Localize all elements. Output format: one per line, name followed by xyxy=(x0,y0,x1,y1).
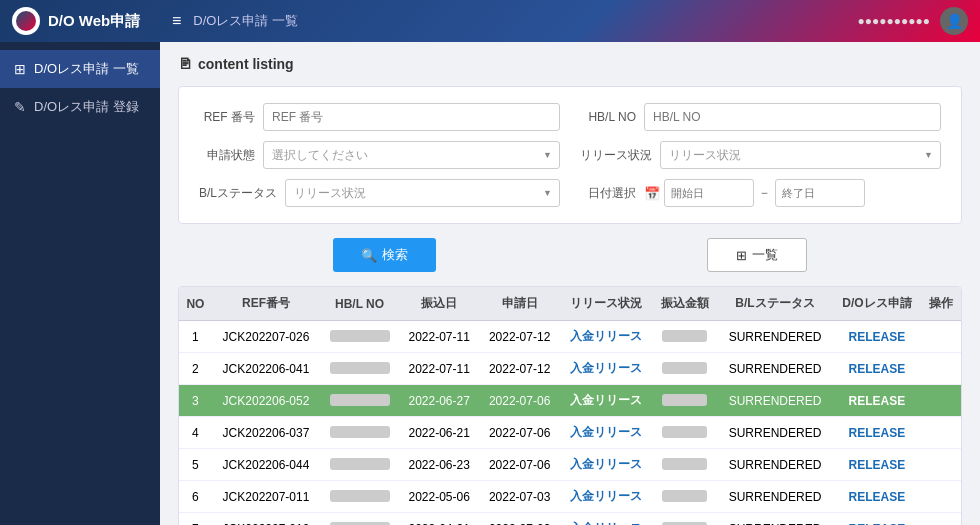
col-release: リリース状況 xyxy=(560,287,652,321)
cell-transfer-date: 2022-06-27 xyxy=(399,385,479,417)
form-row-2: 申請状態 選択してください リリース状況 リリース状況 xyxy=(199,141,941,169)
user-text: ●●●●●●●●●● xyxy=(858,14,930,28)
sidebar-item-list[interactable]: ⊞ D/Oレス申請 一覧 xyxy=(0,50,160,88)
table-row[interactable]: 4 JCK202206-037 ●●●●●●●● 2022-06-21 2022… xyxy=(179,417,961,449)
cell-release: 入金リリース xyxy=(560,513,652,526)
cell-bl-status: SURRENDERED xyxy=(718,481,833,513)
cell-amount: ●●●● xyxy=(652,385,718,417)
cell-hbl: ●●●●●●●● xyxy=(320,513,399,526)
col-action: 操作 xyxy=(921,287,961,321)
cell-ref: JCK202207-026 xyxy=(212,321,320,353)
ref-input[interactable] xyxy=(263,103,560,131)
release-select[interactable]: リリース状況 xyxy=(660,141,941,169)
hbl-input[interactable] xyxy=(644,103,941,131)
cell-bl-status: SURRENDERED xyxy=(718,449,833,481)
cell-hbl: ●●●●●●●● xyxy=(320,481,399,513)
cell-action xyxy=(921,481,961,513)
col-amount: 振込金額 xyxy=(652,287,718,321)
cell-apply-date: 2022-07-06 xyxy=(479,449,559,481)
grid-icon: ⊞ xyxy=(14,61,26,77)
cell-dio: RELEASE xyxy=(832,481,921,513)
cell-no: 7 xyxy=(179,513,212,526)
bl-select-wrapper: リリース状況 xyxy=(285,179,560,207)
table-wrapper: NO REF番号 HB/L NO 振込日 申請日 リリース状況 振込金額 B/L… xyxy=(178,286,962,525)
cell-hbl: ●●●●●●●● xyxy=(320,321,399,353)
cell-hbl: ●●●●●●●● xyxy=(320,385,399,417)
table-row[interactable]: 6 JCK202207-011 ●●●●●●●● 2022-05-06 2022… xyxy=(179,481,961,513)
form-row-1: REF 番号 HB/L NO xyxy=(199,103,941,131)
date-label: 日付選択 xyxy=(580,185,636,202)
cell-transfer-date: 2022-06-23 xyxy=(399,449,479,481)
cell-action xyxy=(921,513,961,526)
ref-label: REF 番号 xyxy=(199,109,255,126)
cell-bl-status: SURRENDERED xyxy=(718,417,833,449)
col-bl-status: B/Lステータス xyxy=(718,287,833,321)
cell-apply-date: 2022-07-03 xyxy=(479,481,559,513)
cell-action xyxy=(921,353,961,385)
release-label: リリース状況 xyxy=(580,147,652,164)
cell-bl-status: SURRENDERED xyxy=(718,513,833,526)
cell-bl-status: SURRENDERED xyxy=(718,353,833,385)
layout: ⊞ D/Oレス申請 一覧 ✎ D/Oレス申請 登録 🖹 content list… xyxy=(0,42,980,525)
section-title: 🖹 content listing xyxy=(178,56,962,72)
cell-no: 2 xyxy=(179,353,212,385)
cell-release: 入金リリース xyxy=(560,481,652,513)
table-row[interactable]: 5 JCK202206-044 ●●●●●●●● 2022-06-23 2022… xyxy=(179,449,961,481)
bl-group: B/Lステータス リリース状況 xyxy=(199,179,560,207)
col-ref: REF番号 xyxy=(212,287,320,321)
date-end-input[interactable] xyxy=(775,179,865,207)
edit-icon: ✎ xyxy=(14,99,26,115)
col-no: NO xyxy=(179,287,212,321)
calendar-icon: 📅 xyxy=(644,186,660,201)
sidebar-item-register-label: D/Oレス申請 登録 xyxy=(34,98,139,116)
sidebar-item-list-label: D/Oレス申請 一覧 xyxy=(34,60,139,78)
cell-release: 入金リリース xyxy=(560,385,652,417)
menu-icon[interactable]: ≡ xyxy=(172,12,181,30)
logo-inner xyxy=(16,11,36,31)
col-dio: D/Oレス申請 xyxy=(832,287,921,321)
col-apply-date: 申請日 xyxy=(479,287,559,321)
header: D/O Web申請 ≡ D/Oレス申請 一覧 ●●●●●●●●●● 👤 xyxy=(0,0,980,42)
date-separator: － xyxy=(758,184,771,202)
cell-no: 6 xyxy=(179,481,212,513)
cell-no: 1 xyxy=(179,321,212,353)
search-label: 検索 xyxy=(382,246,408,264)
cell-apply-date: 2022-07-03 xyxy=(479,513,559,526)
cell-bl-status: SURRENDERED xyxy=(718,385,833,417)
search-icon: 🔍 xyxy=(361,248,377,263)
cell-transfer-date: 2022-07-11 xyxy=(399,353,479,385)
table-row[interactable]: 1 JCK202207-026 ●●●●●●●● 2022-07-11 2022… xyxy=(179,321,961,353)
table-row[interactable]: 2 JCK202206-041 ●●●●●●●● 2022-07-11 2022… xyxy=(179,353,961,385)
search-form: REF 番号 HB/L NO 申請状態 選択してください xyxy=(178,86,962,224)
table-row[interactable]: 3 JCK202206-052 ●●●●●●●● 2022-06-27 2022… xyxy=(179,385,961,417)
hbl-group: HB/L NO xyxy=(580,103,941,131)
cell-apply-date: 2022-07-06 xyxy=(479,417,559,449)
cell-amount: ●●●● xyxy=(652,353,718,385)
logo-circle xyxy=(12,7,40,35)
cell-amount: ●●●● xyxy=(652,321,718,353)
avatar[interactable]: 👤 xyxy=(940,7,968,35)
status-label: 申請状態 xyxy=(199,147,255,164)
col-hbl: HB/L NO xyxy=(320,287,399,321)
export-button[interactable]: ⊞ 一覧 xyxy=(707,238,807,272)
cell-ref: JCK202207-010 xyxy=(212,513,320,526)
sidebar-item-register[interactable]: ✎ D/Oレス申請 登録 xyxy=(0,88,160,126)
cell-dio: RELEASE xyxy=(832,449,921,481)
breadcrumb: D/Oレス申請 一覧 xyxy=(193,12,857,30)
cell-dio: RELEASE xyxy=(832,513,921,526)
date-group: 日付選択 📅 － xyxy=(580,179,941,207)
app-title: D/O Web申請 xyxy=(48,12,140,31)
main-content: 🖹 content listing REF 番号 HB/L NO 申請状態 xyxy=(160,42,980,525)
cell-action xyxy=(921,449,961,481)
cell-hbl: ●●●●●●●● xyxy=(320,449,399,481)
search-button[interactable]: 🔍 検索 xyxy=(333,238,436,272)
date-start-input[interactable] xyxy=(664,179,754,207)
table-row[interactable]: 7 JCK202207-010 ●●●●●●●● 2022-04-21 2022… xyxy=(179,513,961,526)
release-group: リリース状況 リリース状況 xyxy=(580,141,941,169)
table-header-row: NO REF番号 HB/L NO 振込日 申請日 リリース状況 振込金額 B/L… xyxy=(179,287,961,321)
status-select[interactable]: 選択してください xyxy=(263,141,560,169)
export-icon: ⊞ xyxy=(736,248,747,263)
bl-select[interactable]: リリース状況 xyxy=(285,179,560,207)
button-row: 🔍 検索 ⊞ 一覧 xyxy=(178,238,962,272)
date-range: 📅 － xyxy=(644,179,941,207)
